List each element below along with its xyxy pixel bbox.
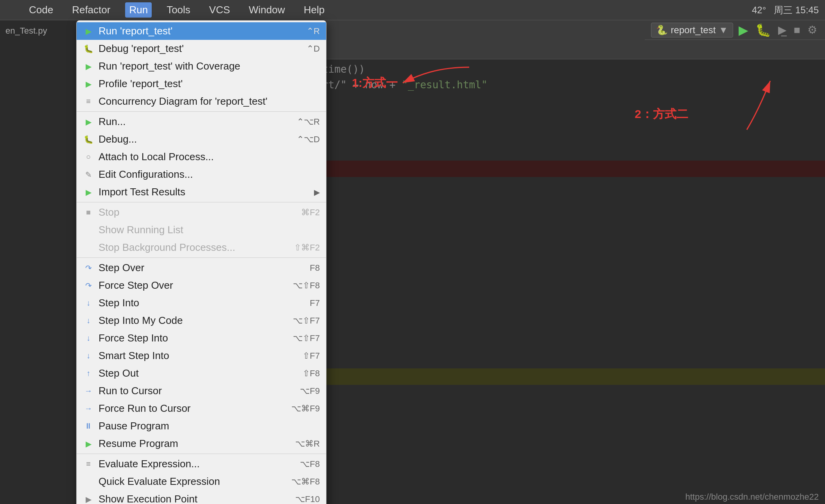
menu-label: Concurrency Diagram for 'report_test' (99, 95, 315, 107)
menu-item-show-running-list[interactable]: Show Running List (77, 221, 326, 239)
menu-item-resume-program[interactable]: ▶ Resume Program ⌥⌘R (77, 435, 326, 452)
menu-item-pause-program[interactable]: ⏸ Pause Program (77, 417, 326, 435)
menubar-run[interactable]: Run (125, 2, 152, 18)
menu-item-edit-config[interactable]: ✎ Edit Configurations... (77, 166, 326, 183)
menu-item-import-results[interactable]: ▶ Import Test Results ▶ (77, 183, 326, 201)
menu-label: Evaluate Expression... (99, 458, 295, 470)
menu-shortcut: ⌥⌘F9 (291, 404, 320, 414)
menu-item-quick-evaluate[interactable]: Quick Evaluate Expression ⌥⌘F8 (77, 473, 326, 490)
sidebar-file-label: en_Test.py (0, 23, 86, 38)
menu-shortcut: ⌥⌘F8 (291, 477, 320, 487)
edit-config-icon: ✎ (83, 169, 94, 180)
menu-label: Run to Cursor (99, 385, 295, 397)
menu-item-debug-report-test[interactable]: 🐛 Debug 'report_test' ⌃D (77, 40, 326, 57)
menu-item-stop[interactable]: ■ Stop ⌘F2 (77, 204, 326, 221)
smart-step-into-icon: ↓ (83, 350, 94, 361)
menu-item-run-coverage[interactable]: ▶ Run 'report_test' with Coverage (77, 57, 326, 75)
menu-label: Show Execution Point (99, 493, 291, 504)
status-temp: 42° (752, 5, 766, 16)
menu-item-force-run-to-cursor[interactable]: → Force Run to Cursor ⌥⌘F9 (77, 400, 326, 417)
menu-label: Import Test Results (99, 186, 305, 198)
menu-label: Step Into My Code (99, 315, 288, 327)
menu-label: Step Into (99, 297, 305, 309)
menu-item-stop-background[interactable]: Stop Background Processes... ⇧⌘F2 (77, 239, 326, 256)
menu-item-step-out[interactable]: ↑ Step Out ⇧F8 (77, 365, 326, 382)
menu-label: Show Running List (99, 224, 315, 236)
menu-shortcut: ⌥⇧F7 (293, 333, 320, 343)
menu-shortcut: ⌥F8 (300, 459, 320, 469)
step-over-icon: ↷ (83, 263, 94, 273)
menu-item-debug-dots[interactable]: 🐛 Debug... ⌃⌥D (77, 130, 326, 148)
menu-item-concurrency[interactable]: ≡ Concurrency Diagram for 'report_test' (77, 93, 326, 110)
attach-icon: ○ (83, 152, 94, 163)
menu-label: Step Out (99, 367, 298, 379)
menu-shortcut: ⌃D (307, 44, 320, 54)
menubar-apple[interactable] (6, 9, 14, 12)
menu-item-step-into[interactable]: ↓ Step Into F7 (77, 294, 326, 312)
menubar-vcs[interactable]: VCS (205, 2, 234, 18)
menu-item-step-into-my-code[interactable]: ↓ Step Into My Code ⌥⇧F7 (77, 312, 326, 329)
evaluate-icon: ≡ (83, 459, 94, 470)
settings-button[interactable]: ⚙ (806, 22, 819, 38)
menu-separator (77, 454, 326, 454)
menu-item-show-exec-point[interactable]: ▶ Show Execution Point ⌥F10 (77, 490, 326, 504)
exec-point-icon: ▶ (83, 494, 94, 504)
stop-icon: ■ (83, 207, 94, 218)
run-button[interactable]: ▶ (737, 21, 750, 39)
menu-shortcut: F8 (310, 263, 320, 273)
menubar-tools[interactable]: Tools (163, 2, 194, 18)
menu-label: Resume Program (99, 438, 291, 450)
config-selector[interactable]: 🐍 report_test ▼ (651, 23, 734, 38)
debug-button[interactable]: 🐛 (754, 21, 773, 39)
force-run-cursor-icon: → (83, 403, 94, 414)
running-list-icon (83, 225, 94, 236)
menubar: Code Refactor Run Tools VCS Window Help … (0, 0, 825, 20)
menu-shortcut: ⌥⌘R (295, 439, 320, 449)
coverage-icon: ▶ (83, 61, 94, 72)
menu-shortcut: ⌥F9 (300, 386, 320, 396)
run-icon: ▶ (83, 26, 94, 37)
menu-item-step-over[interactable]: ↷ Step Over F8 (77, 259, 326, 277)
menu-item-run-to-cursor[interactable]: → Run to Cursor ⌥F9 (77, 382, 326, 400)
resume-icon: ▶ (83, 438, 94, 449)
menubar-code[interactable]: Code (25, 2, 57, 18)
concurrency-icon: ≡ (83, 96, 94, 107)
menu-item-evaluate-expr[interactable]: ≡ Evaluate Expression... ⌥F8 (77, 455, 326, 473)
menu-shortcut: ⌥⇧F8 (293, 281, 320, 291)
coverage-button[interactable]: ▶̲ (777, 22, 788, 38)
menu-item-run-report-test[interactable]: ▶ Run 'report_test' ⌃R (77, 22, 326, 40)
menu-label: Edit Configurations... (99, 168, 315, 181)
menu-item-force-step-into[interactable]: ↓ Force Step Into ⌥⇧F7 (77, 329, 326, 347)
step-into-icon: ↓ (83, 298, 94, 309)
menu-item-run-dots[interactable]: ▶ Run... ⌃⌥R (77, 113, 326, 130)
debug-dots-icon: 🐛 (83, 134, 94, 145)
menu-label: Force Run to Cursor (99, 402, 287, 415)
menu-label: Stop (99, 206, 296, 218)
menu-item-profile[interactable]: ▶ Profile 'report_test' (77, 75, 326, 93)
menu-label: Smart Step Into (99, 350, 298, 362)
run-to-cursor-icon: → (83, 386, 94, 397)
menu-label: Stop Background Processes... (99, 241, 289, 254)
profile-icon: ▶ (83, 79, 94, 89)
menubar-window[interactable]: Window (245, 2, 289, 18)
menu-label: Profile 'report_test' (99, 78, 315, 90)
menubar-refactor[interactable]: Refactor (68, 2, 114, 18)
menu-shortcut: ⌃⌥D (297, 134, 320, 145)
menu-shortcut: ⌃⌥R (297, 117, 320, 127)
quick-eval-icon (83, 476, 94, 487)
menu-label: Quick Evaluate Expression (99, 475, 287, 488)
menu-shortcut: ⇧F8 (303, 368, 320, 379)
menu-item-force-step-over[interactable]: ↷ Force Step Over ⌥⇧F8 (77, 277, 326, 294)
menu-shortcut: ⇧F7 (303, 351, 320, 361)
menubar-help[interactable]: Help (300, 2, 328, 18)
import-icon: ▶ (83, 187, 94, 198)
pause-icon: ⏸ (83, 421, 94, 432)
menu-label: Run 'report_test' (99, 25, 302, 37)
stop-button[interactable]: ■ (792, 22, 802, 38)
menu-separator (77, 111, 326, 112)
chevron-down-icon: ▼ (719, 25, 728, 36)
menu-item-attach[interactable]: ○ Attach to Local Process... (77, 148, 326, 166)
menu-item-smart-step-into[interactable]: ↓ Smart Step Into ⇧F7 (77, 347, 326, 365)
menu-label: Run... (99, 116, 292, 128)
run-dots-icon: ▶ (83, 116, 94, 127)
